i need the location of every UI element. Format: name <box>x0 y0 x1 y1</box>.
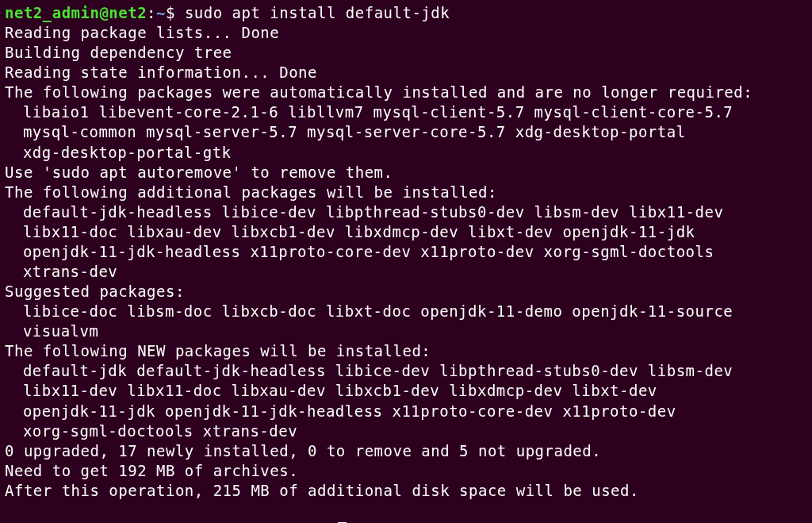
output-line: xorg-sgml-doctools xtrans-dev <box>5 421 807 441</box>
output-line: Use 'sudo apt autoremove' to remove them… <box>5 163 807 183</box>
output-line: The following additional packages will b… <box>5 183 807 202</box>
output-line: Building dependency tree <box>5 43 807 63</box>
output-line: mysql-common mysql-server-5.7 mysql-serv… <box>5 122 807 142</box>
prompt-separator: : <box>147 4 156 21</box>
output-line: Reading state information... Done <box>5 63 807 83</box>
output-line: default-jdk-headless libice-dev libpthre… <box>5 202 807 222</box>
continue-prompt-line[interactable]: Do you want to continue? [Y/n] <box>5 501 807 523</box>
prompt-line: net2_admin@net2:~$ sudo apt install defa… <box>5 3 807 23</box>
output-line: libaio1 libevent-core-2.1-6 libllvm7 mys… <box>5 102 807 122</box>
output-line: Reading package lists... Done <box>5 23 807 43</box>
output-line: The following packages were automaticall… <box>5 83 807 102</box>
output-line: libice-doc libsm-doc libxcb-doc libxt-do… <box>5 302 807 321</box>
output-line: The following NEW packages will be insta… <box>5 341 807 361</box>
prompt-sigil: $ <box>166 4 185 21</box>
terminal-window[interactable]: net2_admin@net2:~$ sudo apt install defa… <box>5 3 807 520</box>
output-line: Need to get 192 MB of archives. <box>5 461 807 481</box>
entered-command: sudo apt install default-jdk <box>185 4 450 21</box>
output-line: openjdk-11-jdk openjdk-11-jdk-headless x… <box>5 402 807 421</box>
output-line: Suggested packages: <box>5 282 807 302</box>
output-line: 0 upgraded, 17 newly installed, 0 to rem… <box>5 441 807 461</box>
output-line: visualvm <box>5 321 807 341</box>
prompt-user-host: net2_admin@net2 <box>5 4 147 21</box>
prompt-path: ~ <box>156 4 166 21</box>
output-line: xtrans-dev <box>5 262 807 282</box>
output-line: libx11-dev libx11-doc libxau-dev libxcb1… <box>5 381 807 401</box>
output-line: libx11-doc libxau-dev libxcb1-dev libxdm… <box>5 222 807 242</box>
output-line: xdg-desktop-portal-gtk <box>5 143 807 163</box>
output-line: After this operation, 215 MB of addition… <box>5 481 807 501</box>
output-line: default-jdk default-jdk-headless libice-… <box>5 361 807 381</box>
output-line: openjdk-11-jdk-headless x11proto-core-de… <box>5 242 807 262</box>
